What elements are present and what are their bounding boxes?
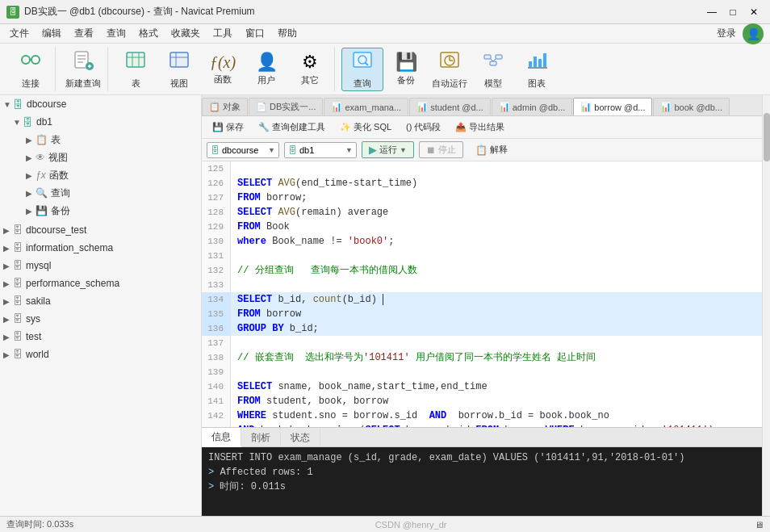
toolbar-function-btn[interactable]: ƒ(x) 函数 — [202, 48, 244, 91]
query-tool-button[interactable]: 🔧 查询创建工具 — [253, 119, 331, 136]
menu-format[interactable]: 格式 — [132, 24, 165, 43]
tab-admin[interactable]: 📊 admin @db... — [492, 98, 573, 115]
sidebar-item-performance-schema[interactable]: ▶ 🗄 performance_schema — [0, 274, 201, 292]
maximize-button[interactable]: □ — [723, 5, 743, 19]
svg-rect-14 — [170, 52, 188, 67]
toolbar-schedule-btn[interactable]: 自动运行 — [429, 48, 471, 91]
line-num: 141 — [202, 394, 231, 408]
toolbar: 连接 新建查询 — [0, 44, 770, 95]
menu-view[interactable]: 查看 — [68, 24, 100, 43]
toolbar-chart-btn[interactable]: 图表 — [516, 48, 558, 91]
menu-edit[interactable]: 编辑 — [36, 24, 68, 43]
db-selector-1[interactable]: 🗄 dbcourse ▼ — [207, 142, 279, 158]
results-tab-profiling[interactable]: 剖析 — [241, 428, 281, 447]
query-toolbar: 💾 保存 🔧 查询创建工具 ✨ 美化 SQL () 代码段 📤 导出结果 — [202, 116, 762, 139]
code-snippet-button[interactable]: () 代码段 — [400, 119, 446, 136]
menu-favorites[interactable]: 收藏夹 — [165, 24, 207, 43]
sidebar-item-label: db1 — [36, 116, 52, 128]
export-icon: 📤 — [455, 122, 467, 132]
menu-tools[interactable]: 工具 — [207, 24, 239, 43]
tab-book[interactable]: 📊 book @db... — [653, 98, 729, 115]
sidebar-item-world[interactable]: ▶ 🗄 world — [0, 346, 201, 363]
schedule-label: 自动运行 — [432, 77, 467, 90]
db-icon-1: 🗄 — [211, 145, 220, 155]
db-icon: 🗄 — [13, 295, 23, 307]
chevron-down-icon-1: ▼ — [268, 146, 275, 154]
toolbar-connect-btn[interactable]: 连接 — [10, 48, 52, 91]
toolbar-model-btn[interactable]: 模型 — [472, 48, 514, 91]
toolbar-query-btn[interactable]: 查询 — [341, 48, 383, 91]
menu-query[interactable]: 查询 — [100, 24, 132, 43]
sidebar-item-label: dbcourse — [27, 98, 66, 110]
tab-borrow[interactable]: 📊 borrow @d... — [573, 98, 652, 115]
db-icon: 🗄 — [13, 260, 23, 271]
results-tab-info[interactable]: 信息 — [202, 428, 241, 447]
tab-objects[interactable]: 📋 对象 — [202, 98, 248, 115]
scroll-thumb[interactable] — [764, 113, 770, 161]
sidebar-item-test[interactable]: ▶ 🗄 test — [0, 328, 201, 346]
results-content: INSERT INTO exam_manage (s_id, grade, ex… — [202, 447, 762, 516]
code-line-132: 132 // 分组查询 查询每一本书的借阅人数 — [202, 263, 762, 278]
db-icon: 🗄 — [13, 242, 23, 253]
beautify-button[interactable]: ✨ 美化 SQL — [334, 119, 397, 136]
sidebar-item-sakila[interactable]: ▶ 🗄 sakila — [0, 292, 201, 310]
statusbar-icons: 🖥 — [755, 520, 764, 530]
line-content: // 分组查询 查询每一本书的借阅人数 — [231, 263, 417, 278]
line-num: 126 — [202, 176, 231, 191]
db-selector-2[interactable]: 🗄 db1 ▼ — [284, 142, 357, 158]
db-selector: 🗄 dbcourse ▼ 🗄 db1 ▼ ▶ 运行 ▼ ⏹ 停止 📋 解释 — [202, 139, 762, 161]
stop-button[interactable]: ⏹ 停止 — [419, 141, 463, 158]
expand-arrow: ▶ — [3, 333, 13, 341]
sidebar-item-backup[interactable]: ▶ 💾 备份 — [0, 202, 201, 220]
line-num: 139 — [202, 365, 231, 379]
menu-help[interactable]: 帮助 — [271, 24, 303, 43]
menu-window[interactable]: 窗口 — [239, 24, 271, 43]
toolbar-other-btn[interactable]: ⚙ 其它 — [289, 48, 331, 91]
tab-db1[interactable]: 📄 DB实践一... — [249, 98, 323, 115]
run-button[interactable]: ▶ 运行 ▼ — [362, 141, 414, 158]
toolbar-user-btn[interactable]: 👤 用户 — [245, 48, 287, 91]
titlebar: 🗄 DB实践一 @db1 (dbcourse) - 查询 - Navicat P… — [0, 0, 770, 24]
minimize-button[interactable]: — — [702, 5, 722, 19]
code-line-142: 142 WHERE student.sno = borrow.s_id AND … — [202, 408, 762, 423]
sidebar-item-sys[interactable]: ▶ 🗄 sys — [0, 310, 201, 328]
sidebar-item-label: 视图 — [48, 151, 68, 165]
toolbar-newquery-btn[interactable]: 新建查询 — [62, 48, 104, 91]
vertical-scrollbar[interactable] — [762, 95, 770, 516]
svg-rect-31 — [538, 59, 542, 67]
export-button[interactable]: 📤 导出结果 — [450, 119, 510, 136]
tab-exam-manage[interactable]: 📊 exam_mana... — [324, 98, 408, 115]
user-icon: 👤 — [256, 52, 278, 73]
sidebar-item-views[interactable]: ▶ 👁 视图 — [0, 149, 201, 166]
db-icon: 🗄 — [13, 331, 23, 342]
menu-file[interactable]: 文件 — [3, 24, 36, 43]
toolbar-view-btn[interactable]: 视图 — [158, 48, 200, 91]
sidebar-item-tables[interactable]: ▶ 📋 表 — [0, 131, 201, 149]
sidebar-item-information-schema[interactable]: ▶ 🗄 information_schema — [0, 239, 201, 257]
tab-exam-icon: 📊 — [331, 102, 342, 112]
backup-icon: 💾 — [395, 52, 417, 73]
sidebar-item-label: 表 — [51, 133, 61, 147]
svg-rect-30 — [534, 57, 537, 67]
results-tab-status[interactable]: 状态 — [281, 428, 320, 447]
sidebar-item-functions[interactable]: ▶ ƒx 函数 — [0, 166, 201, 184]
login-link[interactable]: 登录 — [710, 24, 743, 43]
chevron-down-icon-2: ▼ — [345, 146, 353, 154]
editor-area[interactable]: 125 126 SELECT AVG(end_time-start_time) … — [202, 161, 762, 427]
sidebar-item-dbcourse[interactable]: ▼ 🗄 dbcourse — [0, 95, 201, 113]
sidebar-item-label: performance_schema — [26, 278, 119, 289]
tab-student[interactable]: 📊 student @d... — [409, 98, 491, 115]
toolbar-backup-btn[interactable]: 💾 备份 — [385, 48, 427, 91]
code-line-125: 125 — [202, 161, 762, 176]
code-line-140: 140 SELECT sname, book_name,start_time,e… — [202, 379, 762, 394]
sidebar-item-mysql[interactable]: ▶ 🗄 mysql — [0, 257, 201, 274]
explain-button[interactable]: 📋 解释 — [468, 141, 515, 158]
sidebar-item-queries[interactable]: ▶ 🔍 查询 — [0, 184, 201, 202]
close-button[interactable]: ✕ — [744, 5, 764, 19]
save-button[interactable]: 💾 保存 — [207, 119, 249, 136]
tab-bar: 📋 对象 📄 DB实践一... 📊 exam_mana... 📊 student… — [202, 95, 762, 116]
sidebar-item-dbcourse-test[interactable]: ▶ 🗄 dbcourse_test — [0, 221, 201, 239]
sidebar-item-db1[interactable]: ▼ 🗄 db1 — [0, 113, 201, 131]
function-label: 函数 — [214, 73, 232, 86]
toolbar-table-btn[interactable]: 表 — [115, 48, 157, 91]
